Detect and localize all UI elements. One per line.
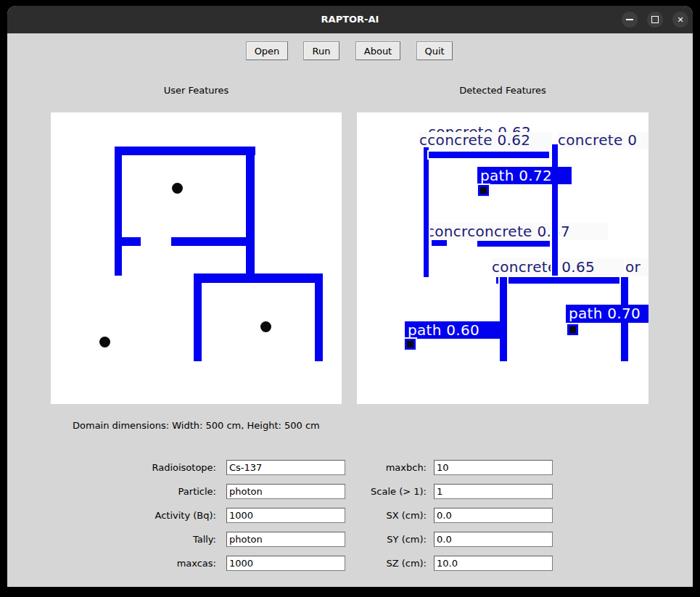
detection-label: concrconcrete 0.57 (427, 223, 608, 240)
wall (500, 277, 507, 361)
wall (424, 147, 429, 277)
wall (429, 152, 549, 158)
maximize-icon (651, 16, 659, 23)
wall (194, 273, 323, 283)
detection-corner-marker (478, 185, 489, 196)
source-dot (172, 183, 183, 194)
run-button[interactable]: Run (303, 41, 339, 60)
sx-label: SX (cm): (297, 508, 427, 523)
wall (496, 277, 623, 284)
close-button[interactable]: ✕ (672, 12, 688, 28)
path-label: path 0.70 (566, 305, 648, 323)
sy-input[interactable] (434, 532, 553, 547)
path-label: path 0.60 (405, 321, 500, 339)
wall (432, 240, 447, 246)
maxbch-label: maxbch: (297, 460, 427, 475)
app-window: RAPTOR-AI ✕ Open Run About Quit User Fea… (7, 6, 693, 587)
window-title: RAPTOR-AI (7, 6, 693, 33)
activity-label: Activity (Bq): (51, 508, 216, 523)
maxcas-label: maxcas: (51, 556, 216, 571)
detection-label: or (625, 258, 648, 276)
wall (115, 147, 122, 276)
wall (122, 237, 141, 246)
minimize-icon (626, 19, 633, 20)
detection-corner-marker (405, 339, 416, 350)
user-features-canvas (51, 112, 342, 404)
wall (246, 147, 255, 281)
detection-corner-marker (567, 324, 578, 335)
scale-input[interactable] (434, 484, 553, 499)
tally-label: Tally: (51, 532, 216, 547)
scale-label: Scale (> 1): (297, 484, 427, 499)
source-dot (260, 321, 271, 332)
wall (477, 241, 550, 247)
detected-features-canvas: concrete 0.62cconcrete 0.62concrete 0con… (357, 112, 648, 404)
about-button[interactable]: About (355, 41, 400, 60)
detection-label: concrete 0 (558, 132, 648, 149)
close-icon: ✕ (677, 16, 683, 24)
detected-features-title: Detected Features (357, 85, 648, 96)
maxbch-input[interactable] (434, 460, 553, 475)
wall (171, 237, 247, 246)
radioisotope-label: Radioisotope: (51, 460, 216, 475)
source-dot (99, 337, 110, 347)
sx-input[interactable] (434, 508, 553, 523)
quit-button[interactable]: Quit (416, 41, 453, 60)
path-label: path 0.72 (477, 167, 572, 184)
minimize-button[interactable] (622, 12, 638, 28)
user-features-title: User Features (51, 85, 342, 96)
wall (194, 273, 202, 361)
detection-label-ghost: concrete 0.62 (428, 125, 550, 132)
particle-label: Particle: (51, 484, 216, 499)
sz-label: SZ (cm): (297, 556, 427, 571)
wall (315, 273, 323, 361)
maximize-button[interactable] (647, 12, 663, 28)
open-button[interactable]: Open (246, 41, 288, 60)
titlebar: RAPTOR-AI ✕ (7, 6, 693, 33)
domain-dimensions-label: Domain dimensions: Width: 500 cm, Height… (73, 420, 320, 431)
main-content: Open Run About Quit User Features Detect… (7, 33, 693, 587)
detection-label: concrete 0.65 (492, 258, 624, 276)
detection-label: cconcrete 0.62 (419, 132, 552, 149)
wall (552, 144, 558, 277)
sy-label: SY (cm): (297, 532, 427, 547)
wall (115, 147, 255, 155)
sz-input[interactable] (434, 556, 553, 571)
screen: { "titlebar": { "title": "RAPTOR-AI", "c… (0, 0, 700, 597)
